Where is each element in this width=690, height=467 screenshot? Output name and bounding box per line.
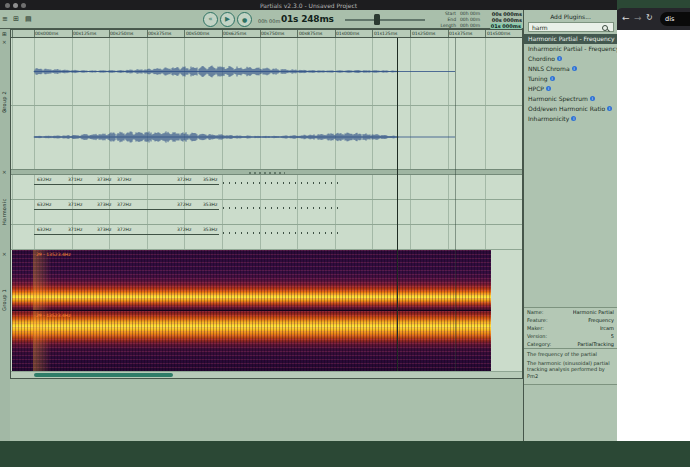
- back-icon[interactable]: ←: [622, 13, 630, 23]
- selection-times: Start 00h 00m 00s 000ms End 00h 00m 00s …: [436, 11, 522, 28]
- info-icon[interactable]: i: [590, 96, 595, 101]
- plugin-item-harmonic-spectrum[interactable]: Harmonic Spectrumi: [524, 94, 617, 104]
- transport-record-button[interactable]: ●: [237, 12, 252, 27]
- length-value: 01s 000ms: [490, 23, 522, 29]
- add-plugins-button[interactable]: Add Plugins...: [524, 12, 617, 21]
- transport-play-button[interactable]: ▶: [220, 12, 235, 27]
- track-view: 00s000ms 00s125ms 00s250ms 00s375ms 00s5…: [10, 29, 523, 379]
- playhead-cursor: [397, 38, 398, 371]
- partial-frequency-label: 372Hz: [177, 227, 191, 232]
- length-label: Length: [436, 23, 456, 28]
- partial-frequency-label: 632Hz: [37, 227, 51, 232]
- ruler-tick: 01s250ms: [412, 31, 435, 36]
- browser-toolbar: ← → ↻ dis: [616, 8, 690, 30]
- close-track-icon[interactable]: ×: [2, 169, 7, 175]
- property-value: Ircam: [600, 325, 614, 331]
- ruler-tick: 01s000ms: [336, 31, 359, 36]
- plugin-item-chordino[interactable]: Chordinoi: [524, 54, 617, 64]
- plugin-item-nnls-chroma[interactable]: NNLS Chromai: [524, 64, 617, 74]
- ruler-tick: 00s875ms: [299, 31, 322, 36]
- grid-icon[interactable]: ⊞: [2, 31, 7, 37]
- plugin-description: The frequency of the partial The harmoni…: [524, 348, 617, 384]
- zoom-slider-track[interactable]: [345, 19, 425, 21]
- horizontal-scrollbar-thumb[interactable]: [34, 373, 173, 377]
- partial-frequency-label: 373Hz: [97, 202, 111, 207]
- browser-page-body: [616, 30, 690, 441]
- plugin-item-hpcp[interactable]: HPCPi: [524, 84, 617, 94]
- plugin-item-label: Chordino: [528, 55, 555, 62]
- partial-frequency-label: 371Hz: [68, 202, 82, 207]
- property-label: Maker:: [527, 325, 544, 331]
- close-track-icon[interactable]: ×: [2, 39, 7, 45]
- property-label: Version:: [527, 333, 547, 339]
- plugins-panel: Add Plugins... Harmonic Partial - Freque…: [523, 10, 617, 441]
- info-icon[interactable]: i: [550, 76, 555, 81]
- partial-track-row[interactable]: 632Hz 371Hz 373Hz 372Hz 372Hz 353Hz: [11, 175, 522, 200]
- partial-track-line: [34, 234, 219, 235]
- waveform-channel-1[interactable]: [11, 38, 522, 105]
- start-label: Start: [436, 11, 456, 16]
- partial-frequency-label: 632Hz: [37, 177, 51, 182]
- horizontal-scrollbar[interactable]: [11, 371, 522, 378]
- plugin-item-harmonic-partial[interactable]: Harmonic Partial - Frequency: [524, 34, 617, 44]
- partial-frequency-label: 371Hz: [68, 227, 82, 232]
- plugin-item-inharmonic-partial[interactable]: Inharmonic Partial - Frequency: [524, 44, 617, 54]
- end-label: End: [436, 17, 456, 22]
- menu-icon[interactable]: ≡: [2, 15, 8, 23]
- partial-frequency-label: 372Hz: [117, 227, 131, 232]
- panel-icon[interactable]: ▤: [25, 15, 32, 23]
- group-label: Group 2: [1, 79, 9, 125]
- plugin-properties: Name: Harmonic Partial Feature: Frequenc…: [524, 307, 617, 385]
- plugin-item-odd-even-harmonic-ratio[interactable]: Odd/even Harmonic Ratioi: [524, 104, 617, 114]
- partial-track-row[interactable]: 632Hz 371Hz 373Hz 372Hz 372Hz 353Hz: [11, 225, 522, 250]
- plugin-item-label: Inharmonicity: [528, 115, 569, 122]
- partial-frequency-label: 372Hz: [177, 177, 191, 182]
- info-icon[interactable]: i: [607, 106, 612, 111]
- spectrogram-channel-1[interactable]: 29 - 13523.4Hz: [12, 250, 491, 311]
- timeline-ruler[interactable]: 00s000ms 00s125ms 00s250ms 00s375ms 00s5…: [11, 30, 522, 38]
- zoom-slider-thumb[interactable]: [374, 14, 380, 25]
- partial-frequency-label: 372Hz: [117, 202, 131, 207]
- partial-frequency-label: 353Hz: [203, 202, 217, 207]
- spectrogram-channel-2[interactable]: 29 - 13523.4Hz: [12, 311, 491, 371]
- search-icon: [602, 25, 608, 31]
- skip-start-icon: «: [204, 13, 217, 26]
- ruler-tick: 01s125ms: [374, 31, 397, 36]
- spectrogram-range-label: 29 - 13523.4Hz: [36, 252, 71, 257]
- grid-icon[interactable]: ⊞: [13, 15, 19, 23]
- plugin-item-label: HPCP: [528, 85, 544, 92]
- forward-icon[interactable]: →: [634, 13, 642, 23]
- group-label: Harmonic: [1, 187, 9, 237]
- browser-tab-pill[interactable]: dis: [660, 12, 690, 26]
- close-track-icon[interactable]: ×: [2, 251, 7, 257]
- record-icon: ●: [238, 13, 251, 26]
- plugin-item-label: Inharmonic Partial - Frequency: [528, 45, 617, 52]
- plugin-item-inharmonicity[interactable]: Inharmonicityi: [524, 114, 617, 124]
- plugin-search-input[interactable]: [530, 23, 604, 31]
- property-row-version: Version: 5: [524, 332, 617, 340]
- plugin-description-line: The frequency of the partial: [527, 351, 614, 358]
- property-label: Category:: [527, 341, 551, 347]
- partial-frequency-label: 632Hz: [37, 202, 51, 207]
- plugin-item-tuning[interactable]: Tuningi: [524, 74, 617, 84]
- reload-icon[interactable]: ↻: [646, 13, 653, 22]
- info-icon[interactable]: i: [557, 56, 562, 61]
- info-icon[interactable]: i: [546, 86, 551, 91]
- info-icon[interactable]: i: [571, 116, 576, 121]
- track-header-strip: ⊞ × × × × Group 2 Harmonic Group 1: [0, 29, 10, 441]
- property-row-category: Category: PartialTracking: [524, 340, 617, 348]
- partial-track-row[interactable]: 632Hz 371Hz 373Hz 372Hz 372Hz 353Hz: [11, 200, 522, 225]
- plugin-item-label: Tuning: [528, 75, 548, 82]
- playhead-time-hours-minutes: 00h 00m: [258, 18, 280, 24]
- ruler-tick: 00s000ms: [35, 31, 58, 36]
- region-end-marker: [455, 38, 456, 371]
- background-browser-window[interactable]: ← → ↻ dis: [616, 8, 690, 441]
- toolbar: ≡ ⊞ ▤ « ▶ ● 00h 00m 01s 248ms Start 00h …: [0, 10, 523, 29]
- ruler-tick: 01s375ms: [449, 31, 472, 36]
- info-icon[interactable]: i: [572, 66, 577, 71]
- waveform-channel-2[interactable]: [11, 105, 522, 169]
- transport-skip-start-button[interactable]: «: [203, 12, 218, 27]
- end-hm: 00h 00m: [460, 17, 480, 22]
- plugin-item-label: Harmonic Spectrum: [528, 95, 588, 102]
- plugin-search-box: [528, 22, 614, 32]
